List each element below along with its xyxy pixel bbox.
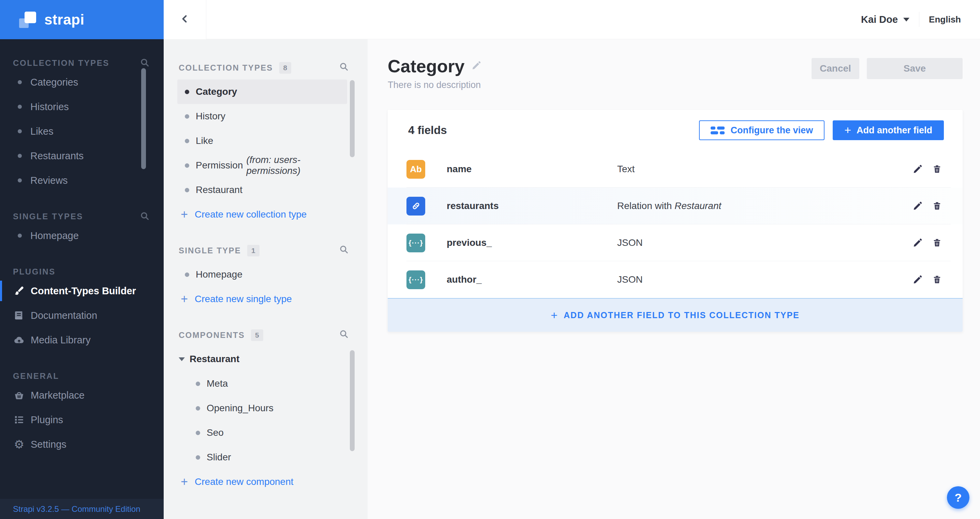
create-single-type-link[interactable]: +Create new single type xyxy=(177,287,347,311)
strapi-logo[interactable]: strapi xyxy=(0,0,164,39)
delete-field-button[interactable] xyxy=(932,274,942,285)
bullet-icon xyxy=(196,431,200,435)
bullet-icon xyxy=(196,406,200,411)
section-title: GENERAL xyxy=(13,371,59,381)
chevron-down-icon xyxy=(903,18,909,21)
sidebar-nav: COLLECTION TYPES Categories Histories Li… xyxy=(0,56,164,457)
relation-field-icon xyxy=(406,197,425,215)
create-collection-type-link[interactable]: +Create new collection type xyxy=(177,202,347,227)
subnav-header-collection-types: COLLECTION TYPES 8 xyxy=(164,61,368,75)
cloud-upload-icon xyxy=(13,334,25,346)
json-field-icon: {···} xyxy=(406,234,425,252)
create-component-link[interactable]: +Create new component xyxy=(177,470,347,494)
section-title: COLLECTION TYPES xyxy=(13,58,110,68)
search-icon[interactable] xyxy=(140,211,150,223)
save-button[interactable]: Save xyxy=(867,58,963,79)
subnav-item-meta[interactable]: Meta xyxy=(177,371,347,396)
user-name: Kai Doe xyxy=(861,14,898,25)
sidebar-item-homepage[interactable]: Homepage xyxy=(0,223,164,248)
help-button[interactable]: ? xyxy=(947,486,969,509)
sidebar-item-histories[interactable]: Histories xyxy=(0,94,164,119)
fields-card-header: 4 fields Configure the view + Add anothe… xyxy=(388,110,963,151)
field-name: author_ xyxy=(447,274,617,285)
subnav-item-category[interactable]: Category xyxy=(177,80,347,104)
search-icon[interactable] xyxy=(339,62,349,73)
edit-title-icon[interactable] xyxy=(471,60,482,72)
subnav-item-permission[interactable]: Permission(from: users-permissions) xyxy=(177,153,347,178)
main-sidebar: strapi COLLECTION TYPES Categories Histo… xyxy=(0,0,164,519)
search-icon[interactable] xyxy=(140,57,150,69)
delete-field-button[interactable] xyxy=(932,164,942,174)
subnav-header-single-type: SINGLE TYPE 1 xyxy=(164,244,368,258)
fields-list: Ab name Text restaurants Relation withRe… xyxy=(388,151,963,298)
sidebar-item-categories[interactable]: Categories xyxy=(0,70,164,94)
strapi-admin-app: strapi COLLECTION TYPES Categories Histo… xyxy=(0,0,980,519)
fields-count: 4 fields xyxy=(408,124,447,137)
count-badge: 1 xyxy=(247,245,259,256)
sidebar-item-restaurants[interactable]: Restaurants xyxy=(0,143,164,168)
version-link[interactable]: Strapi v3.2.5 — Community Edition xyxy=(13,504,140,514)
sidebar-item-documentation[interactable]: Documentation xyxy=(0,303,164,328)
sidebar-item-content-types-builder[interactable]: Content-Types Builder xyxy=(0,279,164,303)
add-field-footer-button[interactable]: + ADD ANOTHER FIELD TO THIS COLLECTION T… xyxy=(388,298,963,332)
subnav-item-opening-hours[interactable]: Opening_Hours xyxy=(177,396,347,420)
subnav-item-restaurant[interactable]: Restaurant xyxy=(177,178,347,202)
field-row-name: Ab name Text xyxy=(388,151,963,188)
subnav-item-seo[interactable]: Seo xyxy=(177,420,347,445)
content-types-subnav: COLLECTION TYPES 8 Category History Like… xyxy=(164,39,368,519)
sidebar-section-plugins: PLUGINS Content-Types Builder Documentat… xyxy=(0,265,164,352)
plus-icon: + xyxy=(181,476,188,488)
search-icon[interactable] xyxy=(339,329,349,341)
field-type: Text xyxy=(617,164,913,175)
sidebar-item-marketplace[interactable]: Marketplace xyxy=(0,383,164,408)
count-badge: 8 xyxy=(279,62,291,74)
edit-field-button[interactable] xyxy=(913,238,923,248)
main-content: Category There is no description Cancel … xyxy=(368,39,980,519)
subnav-scrollbar-collection-types[interactable] xyxy=(350,80,355,157)
sidebar-item-settings[interactable]: ⚙ Settings xyxy=(0,432,164,457)
fields-card: 4 fields Configure the view + Add anothe… xyxy=(388,110,963,332)
subnav-item-homepage[interactable]: Homepage xyxy=(177,262,347,287)
cancel-button[interactable]: Cancel xyxy=(811,58,859,79)
book-icon xyxy=(13,309,25,322)
sidebar-scrollbar[interactable] xyxy=(141,68,146,169)
configure-view-button[interactable]: Configure the view xyxy=(699,120,825,140)
field-row-restaurants: restaurants Relation withRestaurant xyxy=(388,188,963,224)
delete-field-button[interactable] xyxy=(932,201,942,211)
bullet-icon xyxy=(18,154,22,158)
strapi-logo-text: strapi xyxy=(45,11,84,28)
basket-icon xyxy=(13,389,25,401)
delete-field-button[interactable] xyxy=(932,238,942,248)
subnav-item-history[interactable]: History xyxy=(177,104,347,129)
search-icon[interactable] xyxy=(339,245,349,256)
section-title: SINGLE TYPES xyxy=(13,212,83,221)
sidebar-item-likes[interactable]: Likes xyxy=(0,119,164,143)
gear-icon: ⚙ xyxy=(13,438,25,451)
sidebar-item-reviews[interactable]: Reviews xyxy=(0,168,164,193)
topbar-right: Kai Doe English xyxy=(861,0,980,39)
sidebar-item-plugins[interactable]: Plugins xyxy=(0,408,164,432)
field-name: name xyxy=(447,164,617,175)
caret-down-icon xyxy=(179,357,185,361)
field-name: restaurants xyxy=(447,201,617,212)
edit-field-button[interactable] xyxy=(913,201,923,211)
sidebar-item-media-library[interactable]: Media Library xyxy=(0,328,164,352)
edit-field-button[interactable] xyxy=(913,164,923,174)
subnav-item-like[interactable]: Like xyxy=(177,129,347,153)
back-button[interactable] xyxy=(164,0,206,39)
bullet-icon xyxy=(185,272,189,277)
bullet-icon xyxy=(185,163,189,168)
plus-icon: + xyxy=(551,309,557,321)
json-field-icon: {···} xyxy=(406,271,425,289)
component-group-restaurant[interactable]: Restaurant xyxy=(177,347,347,371)
user-menu[interactable]: Kai Doe xyxy=(861,14,909,25)
subnav-item-slider[interactable]: Slider xyxy=(177,445,347,470)
language-selector[interactable]: English xyxy=(929,14,961,25)
bullet-icon xyxy=(185,90,189,94)
subnav-scrollbar-components[interactable] xyxy=(350,350,355,451)
edit-field-button[interactable] xyxy=(913,274,923,285)
permission-source-note: (from: users-permissions) xyxy=(246,154,347,176)
sidebar-footer: Strapi v3.2.5 — Community Edition xyxy=(0,499,164,519)
bullet-icon xyxy=(196,382,200,386)
add-field-button[interactable]: + Add another field xyxy=(833,120,944,140)
